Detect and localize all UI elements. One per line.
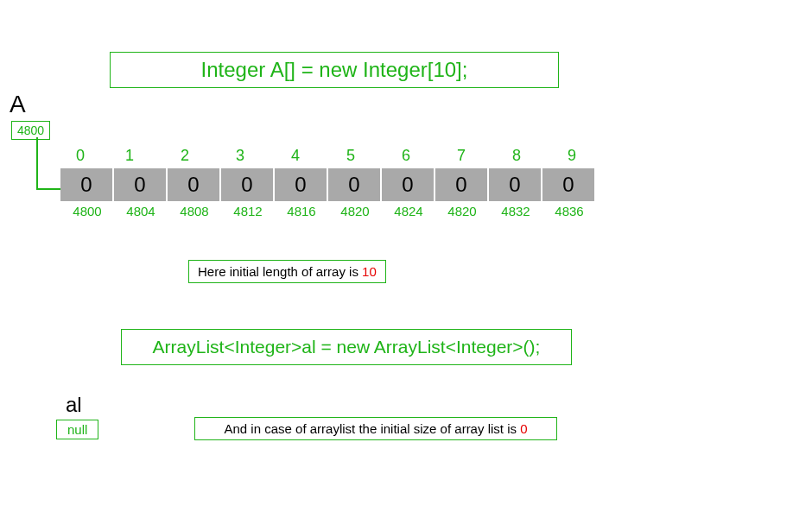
variable-label-a: A: [10, 91, 26, 118]
array-cell: 0: [382, 168, 434, 201]
array-cell: 0: [328, 168, 380, 201]
note-text: And in case of arraylist the initial siz…: [225, 421, 521, 436]
array-index: 1: [102, 147, 157, 165]
array-index-row: 0 1 2 3 4 5 6 7 8 9: [60, 147, 599, 165]
note-arraylist-size: And in case of arraylist the initial siz…: [194, 417, 557, 440]
code-declaration-array: Integer A[] = new Integer[10];: [110, 52, 559, 88]
array-index: 0: [60, 147, 102, 165]
array-cell: 0: [221, 168, 273, 201]
array-index: 6: [378, 147, 434, 165]
array-address: 4820: [328, 204, 382, 218]
array-address: 4820: [435, 204, 489, 218]
note-number: 10: [362, 264, 377, 279]
array-address: 4832: [489, 204, 542, 218]
array-cell: 0: [114, 168, 166, 201]
array-index: 5: [323, 147, 378, 165]
array-cell: 0: [435, 168, 487, 201]
array-index: 8: [489, 147, 544, 165]
array-address: 4812: [221, 204, 275, 218]
array-index: 4: [268, 147, 323, 165]
array-address: 4836: [542, 204, 596, 218]
array-cell: 0: [542, 168, 594, 201]
note-text: Here initial length of array is: [198, 264, 362, 279]
array-address: 4808: [168, 204, 221, 218]
array-cell: 0: [489, 168, 541, 201]
array-cell: 0: [60, 168, 112, 201]
array-cell: 0: [275, 168, 327, 201]
code-declaration-arraylist: ArrayList<Integer>al = new ArrayList<Int…: [121, 329, 572, 365]
note-number: 0: [520, 421, 527, 436]
variable-label-al: al: [66, 393, 82, 417]
array-index: 3: [213, 147, 268, 165]
array-cell: 0: [168, 168, 219, 201]
array-address: 4816: [275, 204, 328, 218]
array-index: 9: [544, 147, 599, 165]
array-cells-row: 0 0 0 0 0 0 0 0 0 0: [60, 168, 594, 201]
arraylist-value: null: [56, 420, 98, 439]
pointer-connector: [36, 137, 61, 190]
array-address: 4804: [114, 204, 168, 218]
array-index: 7: [434, 147, 489, 165]
array-address-row: 4800 4804 4808 4812 4816 4820 4824 4820 …: [60, 204, 596, 218]
array-index: 2: [157, 147, 213, 165]
note-array-length: Here initial length of array is 10: [188, 260, 386, 283]
array-address: 4800: [60, 204, 114, 218]
array-address: 4824: [382, 204, 435, 218]
